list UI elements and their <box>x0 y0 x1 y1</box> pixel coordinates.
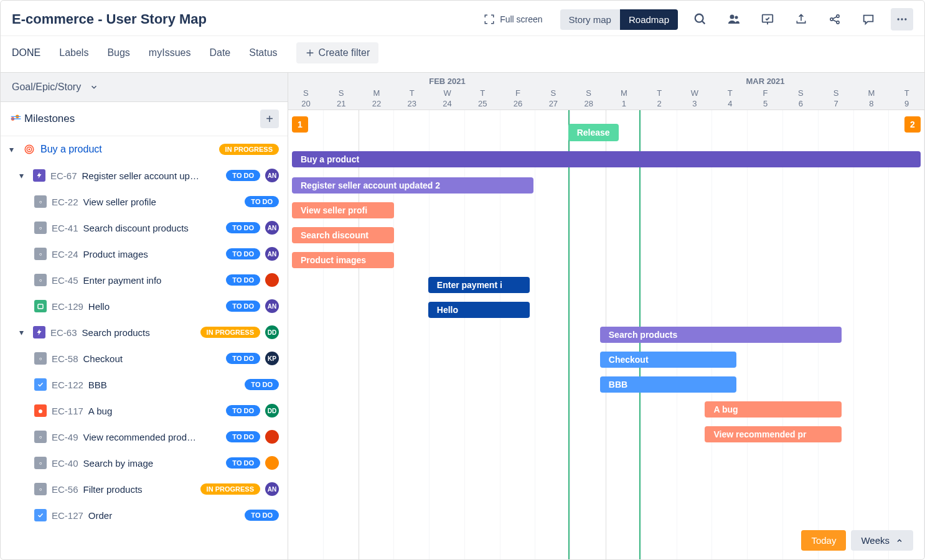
day-column: S20 <box>288 87 324 110</box>
issue-text: A bug <box>88 406 222 416</box>
avatar: DD <box>265 325 279 339</box>
issue-text: Product images <box>83 249 222 259</box>
share-button[interactable] <box>824 8 846 30</box>
story-icon: ◦ <box>34 222 47 234</box>
issue-text: Checkout <box>83 353 222 364</box>
story-row[interactable]: EC-122 BBB TO DO <box>1 371 288 398</box>
avatar: AN <box>265 247 279 261</box>
timeline-bar[interactable]: Enter payment i <box>428 277 530 293</box>
roadmap-tab[interactable]: Roadmap <box>620 9 678 30</box>
story-row[interactable]: EC-127 Order TO DO <box>1 502 288 528</box>
timeline-bar[interactable]: Hello <box>428 302 530 318</box>
add-milestone-button[interactable]: + <box>260 110 279 128</box>
milestone-marker-2[interactable]: 2 <box>904 116 921 133</box>
timeline-bar-epic[interactable]: Search products <box>600 327 842 343</box>
export-button[interactable] <box>790 8 812 30</box>
timeline-bar[interactable]: View recommended pr <box>705 426 842 442</box>
issue-key: EC-45 <box>52 275 78 286</box>
filter-done[interactable]: DONE <box>12 47 40 58</box>
filter-myissues[interactable]: myIssues <box>149 47 191 58</box>
day-column: S6 <box>783 87 819 110</box>
story-row[interactable]: ◦ EC-41 Search discount products TO DO A… <box>1 215 288 241</box>
expand-icon[interactable]: ▾ <box>19 327 28 337</box>
story-row[interactable]: ◦ EC-58 Checkout TO DO KP <box>1 345 288 371</box>
more-icon <box>896 13 908 26</box>
issue-key: EC-41 <box>52 223 78 233</box>
weeks-selector[interactable]: Weeks <box>851 530 913 551</box>
story-row[interactable]: EC-129 Hello TO DO AN <box>1 293 288 319</box>
search-button[interactable] <box>689 8 711 30</box>
timeline-bar-goal[interactable]: Buy a product <box>292 151 921 167</box>
fullscreen-button[interactable]: Full screen <box>477 10 548 29</box>
milestone-marker-1[interactable]: 1 <box>292 116 308 133</box>
storymap-tab[interactable]: Story map <box>560 9 620 30</box>
more-button[interactable] <box>891 8 913 30</box>
day-column: T2 <box>642 87 677 110</box>
epic-row[interactable]: ▾ EC-67 Register seller account up… TO D… <box>1 162 288 189</box>
expand-icon[interactable]: ▾ <box>19 170 28 180</box>
fullscreen-label: Full screen <box>500 14 542 24</box>
day-column: M22 <box>359 87 395 110</box>
timeline-bar[interactable]: Checkout <box>600 352 737 368</box>
status-badge: TO DO <box>245 196 279 207</box>
svg-line-10 <box>833 20 837 22</box>
timeline-bar[interactable]: View seller profi <box>292 202 394 218</box>
grouping-selector[interactable]: Goal/Epic/Story <box>1 73 288 102</box>
story-icon: ◦ <box>34 248 47 260</box>
milestones-label: Milestones <box>24 113 260 125</box>
issue-text: Search products <box>82 327 195 338</box>
page-title: E-commerce - User Story Map <box>12 11 477 27</box>
present-button[interactable] <box>756 8 779 30</box>
status-badge: IN PROGRESS <box>219 144 279 155</box>
expand-icon[interactable]: ▾ <box>9 144 18 154</box>
epic-row[interactable]: ▾ EC-63 Search products IN PROGRESS DD <box>1 319 288 345</box>
issue-key: EC-63 <box>50 327 77 338</box>
story-row[interactable]: ◦ EC-56 Filter products IN PROGRESS AN <box>1 476 288 502</box>
filter-status[interactable]: Status <box>249 47 277 58</box>
timeline-bar[interactable]: Product images <box>292 252 394 268</box>
status-badge: TO DO <box>226 457 260 469</box>
people-button[interactable] <box>723 8 745 30</box>
filter-labels[interactable]: Labels <box>59 47 88 58</box>
filter-date[interactable]: Date <box>209 47 230 58</box>
issue-key: EC-58 <box>52 353 78 364</box>
today-button[interactable]: Today <box>801 530 846 551</box>
story-row[interactable]: ◦ EC-49 View recommended prod… TO DO <box>1 424 288 450</box>
task-icon <box>34 378 47 391</box>
day-column: S27 <box>535 87 571 110</box>
story-row[interactable]: ◦ EC-22 View seller profile TO DO <box>1 189 288 215</box>
timeline-bar[interactable]: Search discount <box>292 227 394 243</box>
avatar: AN <box>265 221 279 235</box>
day-column: F5 <box>748 87 783 110</box>
issue-key: EC-127 <box>52 510 83 521</box>
goal-text: Buy a product <box>40 144 102 155</box>
timeline-bar-epic[interactable]: Register seller account updated 2 <box>292 177 533 194</box>
story-row[interactable]: ◦ EC-24 Product images TO DO AN <box>1 241 288 267</box>
release-marker[interactable]: Release <box>568 124 619 141</box>
avatar: AN <box>265 482 279 496</box>
story-row[interactable]: ◦ EC-40 Search by image TO DO <box>1 450 288 476</box>
issue-text: BBB <box>88 380 240 390</box>
filter-bugs[interactable]: Bugs <box>107 47 129 58</box>
svg-line-9 <box>833 17 837 19</box>
timeline-bar[interactable]: A bug <box>705 401 842 418</box>
timeline-bar[interactable]: BBB <box>600 376 737 393</box>
story-icon: ◦ <box>34 431 47 443</box>
create-filter-button[interactable]: Create filter <box>296 42 379 63</box>
issue-text: Register seller account up… <box>82 170 222 181</box>
story-row[interactable]: ◦ EC-45 Enter payment info TO DO <box>1 267 288 293</box>
story-icon: ◦ <box>34 352 47 365</box>
issue-key: EC-56 <box>52 484 78 495</box>
issue-text: Search by image <box>83 458 222 469</box>
svg-rect-4 <box>763 15 773 22</box>
comment-button[interactable] <box>857 8 880 30</box>
avatar <box>265 273 279 287</box>
svg-point-11 <box>898 18 899 20</box>
goal-row[interactable]: ▾ Buy a product IN PROGRESS <box>1 136 288 162</box>
story-row[interactable]: ● EC-117 A bug TO DO DD <box>1 398 288 424</box>
day-column: F26 <box>500 87 536 110</box>
svg-point-3 <box>735 16 738 19</box>
day-column: T4 <box>712 87 748 110</box>
issue-text: View recommended prod… <box>83 432 222 442</box>
issue-text: View seller profile <box>83 197 240 207</box>
